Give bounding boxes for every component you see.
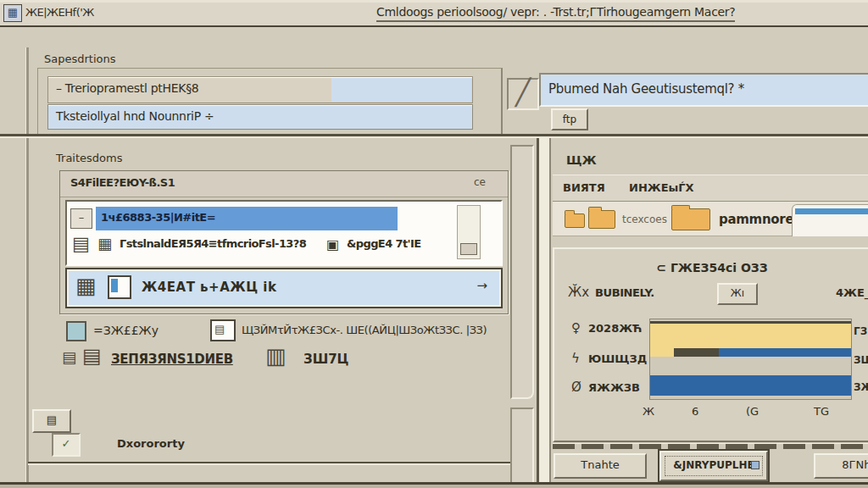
left-panel-footer-line [28, 462, 532, 465]
small-doc-button[interactable]: ▤ [32, 409, 71, 433]
tab-blue-stripe [795, 208, 868, 214]
right-panel: ЩЖ ВИЯТЯ ИНЖЕыЃХ tcexcoes pammnoread sro… [547, 138, 868, 488]
row1-glyph-icon: ♀ [571, 320, 581, 336]
chart-bar-yellow-top [650, 321, 851, 349]
check-row-icon-glyph: ▤ [214, 323, 225, 336]
chart-header-icon: Ӂx [568, 285, 589, 300]
toolbar-tab[interactable] [792, 204, 868, 236]
small-doc-button-icon: ▤ [47, 413, 57, 426]
slash-check-icon: ╱ [515, 77, 531, 107]
transaction-listbox[interactable]: – 1ч£6883-35|И#itЕ= ▤ ▦ ГstslnaldЕЯ5Я4≡t… [65, 200, 503, 266]
x-tick-2: (G [746, 405, 759, 418]
chart-title: ⊂ ГЖЕЗ54сі ОЗЗ [656, 261, 767, 274]
chart-row-label-1: 2028ЖЋ [588, 322, 643, 335]
blue-row-grid-icon: ▦ [75, 276, 97, 295]
separation-row-1-value-area[interactable] [331, 78, 471, 102]
row2-doc-icon: ▦ [97, 235, 112, 253]
slash-checkbox[interactable]: ╱ [507, 78, 539, 110]
row2-text: ГstslnaldЕЯ5Я4≡tfmcrioFsl-13?8 [120, 237, 306, 250]
title-bar[interactable]: ▦ ЖЕ|ЖЕНf('Ж Cmldoogs perioolsoog/ vepr:… [0, 0, 868, 27]
blue-row-doc-icon-fill [111, 279, 118, 292]
selected-row-highlight[interactable]: 1ч£6883-35|И#itЕ= [96, 207, 398, 230]
footer-checkbox[interactable]: ✓ [52, 433, 81, 457]
x-tick-0: Ж [643, 405, 654, 418]
row3-glyph-icon: Ø [571, 380, 581, 395]
separation-row-1[interactable]: – Treriopramestl ptHEK§8 [47, 76, 473, 103]
list-group-header-badge: ce [474, 176, 486, 188]
row-collapse-icon[interactable]: – [70, 208, 92, 229]
blue-row-text: Ж4ЕАТ ь+АЖЦ ik [142, 280, 276, 295]
app-icon[interactable]: ▦ [3, 4, 22, 22]
chart-bar-yellow-thin [650, 348, 674, 357]
button-1[interactable]: Tnahte [554, 453, 647, 479]
footer-check-icon: ✓ [62, 437, 71, 450]
links-row-icon-1: ▤ [62, 348, 76, 367]
ftp-button-label: ftp [563, 114, 576, 125]
left-panel: Traitesdoms S4FilЕЕ?ЕЮY-ß.S1 ce – 1ч£688… [28, 138, 532, 488]
chart-header-label: BUBINELY. [595, 286, 654, 299]
menu-item-2[interactable]: ИНЖЕыЃХ [629, 181, 694, 194]
chart-bar-blue-bottom [650, 375, 851, 396]
chart-plot-area [649, 319, 852, 400]
toolbar-folders-label: tcexcoes [622, 214, 667, 225]
separation-row-1-text: – Treriopramestl ptHEK§8 [56, 81, 198, 95]
links-row-suffix: ЗШ7Ц [303, 352, 349, 367]
chart-mini-button[interactable]: Жı [717, 283, 758, 305]
blue-row-doc-icon [108, 275, 131, 299]
links-row-icon-2: ▤ [82, 347, 102, 365]
menu-bar: ВИЯТЯ ИНЖЕыЃХ [553, 175, 868, 202]
list-row-2[interactable]: ▤ ▦ ГstslnaldЕЯ5Я4≡tfmcrioFsl-13?8 ▣ &pg… [70, 234, 494, 258]
ftp-button[interactable]: ftp [551, 108, 588, 130]
button-2-blue-square-icon [751, 461, 760, 469]
left-panel-scrollbar[interactable] [510, 145, 534, 399]
list-group-header[interactable]: S4FilЕЕ?ЕЮY-ß.S1 ce [60, 171, 508, 197]
menu-item-1[interactable]: ВИЯТЯ [563, 181, 605, 194]
listbox-scrollbar-thumb[interactable] [460, 243, 477, 255]
row2-suffix-text: &pggЕ4 7t'IE [347, 237, 420, 250]
chart-panel: ⊂ ГЖЕЗ54сі ОЗЗ Ӂx BUBINELY. Жı 4ЖЕ_ ♀ 20… [553, 247, 868, 442]
row2-glyph-icon: ϟ [571, 351, 580, 366]
chart-right-label-3: ЗЖЦе [854, 381, 868, 393]
chart-bar-blue-thin [719, 348, 851, 357]
listbox-scrollbar[interactable] [457, 205, 481, 259]
left-panel-scrollbar-lower[interactable] [510, 408, 534, 488]
separation-row-2[interactable]: Tksteiollyal hnd NounnriP ÷ [47, 104, 473, 130]
list-group-header-text: S4FilЕЕ?ЕЮY-ß.S1 [70, 176, 175, 189]
links-row-link[interactable]: ЗЕПЯЗЯNS1DИЕВ [111, 352, 233, 367]
bottom-edge-shade [0, 485, 868, 488]
dashed-separator [553, 443, 868, 449]
chart-row-label-3: ЯЖЖЗВ [588, 381, 640, 394]
list-row-selected[interactable]: – 1ч£6883-35|И#itЕ= [70, 207, 469, 230]
chart-right-label-2: ЗЩЕ6 [854, 354, 868, 366]
button-1-label: Tnahte [581, 458, 619, 471]
chart-thin-row [650, 348, 851, 357]
selected-row-text: 1ч£6883-35|И#itЕ= [101, 211, 215, 224]
blue-entry-row[interactable]: ▦ Ж4ЕАТ ь+АЖЦ ik → [65, 268, 503, 308]
chart-top-right-label: 4ЖЕ_ [836, 286, 868, 299]
planned-field-text: Pbumed Nah Geeutisustemql? * [548, 81, 744, 97]
button-3[interactable]: 8ГNht3 [814, 453, 868, 479]
x-tick-3: ТG [814, 405, 829, 418]
check-row-icon: ▤ [210, 319, 236, 341]
blue-row-arrow-icon[interactable]: → [476, 278, 487, 293]
folder-icon-large[interactable] [671, 208, 710, 230]
check-row-label-1: =ЗЖ££Жу [93, 324, 159, 337]
folder-icon-open[interactable] [588, 210, 615, 229]
row2-inline-icon: ▣ [326, 236, 339, 252]
button-2-default[interactable]: &JNRYPUPLHE [659, 451, 768, 481]
right-section-label: ЩЖ [566, 153, 597, 167]
planned-field[interactable]: Pbumed Nah Geeutisustemql? * [539, 73, 868, 107]
window-title: Cmldoogs perioolsoog/ vepr: . -Trst.tr;Г… [376, 5, 735, 22]
row2-grid-icon: ▤ [72, 235, 90, 253]
application-window: ▦ ЖЕ|ЖЕНf('Ж Cmldoogs perioolsoog/ vepr:… [0, 0, 868, 488]
button-2-focus-ring [665, 456, 763, 476]
chart-right-label-1: ГЗЮЖ [854, 325, 868, 337]
x-tick-1: 6 [692, 405, 698, 418]
teal-checkbox[interactable] [66, 321, 86, 341]
separation-row-2-text: Tksteiollyal hnd NounnriP ÷ [56, 109, 214, 123]
folder-icon-small[interactable] [565, 214, 585, 228]
list-group: S4FilЕЕ?ЕЮY-ß.S1 ce – 1ч£6883-35|И#itЕ= … [59, 170, 509, 314]
transactions-label: Traitesdoms [56, 152, 122, 164]
footer-check-label: Dxorororty [117, 437, 185, 450]
chart-mini-button-glyph: Жı [731, 287, 744, 299]
